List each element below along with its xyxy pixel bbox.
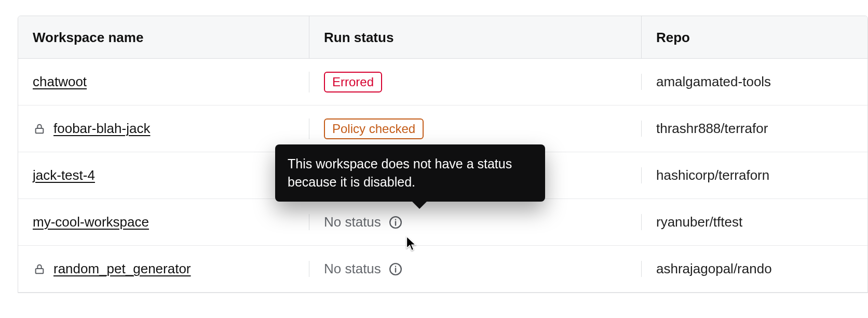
col-header-status[interactable]: Run status — [309, 16, 641, 58]
workspace-link[interactable]: jack-test-4 — [33, 167, 95, 183]
workspaces-table: Workspace name Run status Repo chatwoot … — [18, 16, 868, 293]
lock-icon — [33, 262, 46, 276]
workspace-link[interactable]: random_pet_generator — [53, 261, 191, 277]
table-row: chatwoot Errored amalgamated-tools — [18, 59, 867, 105]
repo-text: ashrajagopal/rando — [641, 261, 867, 277]
repo-text: thrashr888/terrafor — [641, 121, 867, 137]
status-badge: Errored — [324, 72, 382, 92]
info-icon[interactable] — [388, 215, 403, 230]
svg-rect-0 — [36, 128, 44, 133]
table-header: Workspace name Run status Repo — [18, 16, 867, 59]
workspace-link[interactable]: my-cool-workspace — [33, 214, 149, 230]
repo-text: amalgamated-tools — [641, 74, 867, 90]
table-row: my-cool-workspace This workspace does no… — [18, 199, 867, 246]
svg-rect-4 — [36, 269, 44, 273]
svg-point-3 — [395, 219, 396, 220]
table-row: random_pet_generator No status ashrajago… — [18, 246, 867, 293]
workspace-link[interactable]: foobar-blah-jack — [53, 121, 150, 137]
repo-text: ryanuber/tftest — [641, 214, 867, 230]
repo-text: hashicorp/terraforn — [641, 167, 867, 183]
tooltip: This workspace does not have a status be… — [275, 144, 545, 202]
col-header-repo[interactable]: Repo — [641, 16, 867, 58]
status-text: No status — [324, 261, 381, 277]
workspace-link[interactable]: chatwoot — [33, 74, 87, 90]
lock-icon — [33, 122, 46, 136]
status-badge: Policy checked — [324, 118, 424, 139]
svg-point-7 — [395, 266, 396, 267]
status-text: No status — [324, 214, 381, 230]
col-header-name[interactable]: Workspace name — [18, 16, 309, 58]
info-icon[interactable] — [388, 262, 403, 276]
